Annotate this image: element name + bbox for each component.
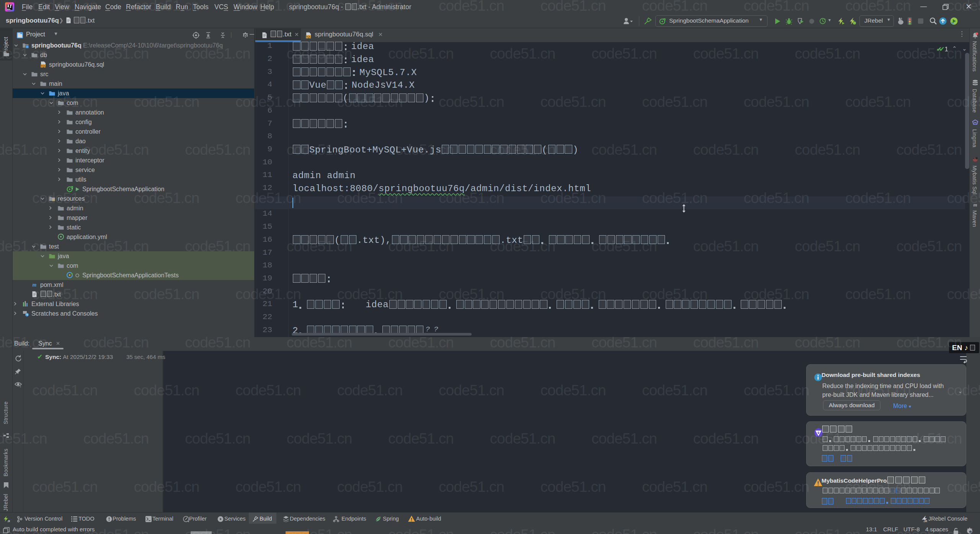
- svg-text:SQL: SQL: [306, 35, 311, 38]
- svg-text:m: m: [33, 282, 37, 288]
- svg-text:m: m: [973, 202, 977, 208]
- svg-text:SQL: SQL: [41, 64, 46, 67]
- svg-text:JR: JR: [924, 520, 927, 523]
- svg-text:JR: JR: [7, 519, 10, 523]
- svg-text:!: !: [970, 531, 971, 533]
